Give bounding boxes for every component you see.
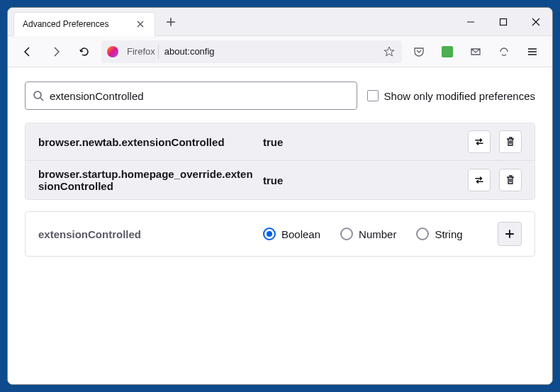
titlebar: Advanced Preferences [8, 8, 552, 36]
toggle-icon [473, 174, 486, 186]
browser-tab[interactable]: Advanced Preferences [13, 12, 155, 36]
url-bar[interactable]: Firefox about:config [101, 40, 402, 63]
radio-label: Number [359, 228, 396, 240]
pref-name: browser.startup.homepage_override.extens… [38, 168, 254, 192]
close-tab-icon[interactable] [135, 18, 146, 30]
browser-window: Advanced Preferences Fi [7, 7, 553, 385]
pocket-icon[interactable] [408, 40, 430, 63]
navigation-toolbar: Firefox about:config [8, 36, 552, 67]
close-window-button[interactable] [520, 8, 552, 36]
reload-button[interactable] [73, 40, 96, 63]
prefs-table: browser.newtab.extensionControlled true … [25, 123, 535, 200]
toggle-button[interactable] [468, 130, 491, 153]
radio-icon [263, 228, 276, 240]
radio-icon [416, 228, 429, 240]
delete-button[interactable] [499, 169, 522, 191]
url-text: about:config [164, 46, 376, 57]
bookmark-star-icon[interactable] [382, 45, 396, 59]
radio-label: String [435, 228, 462, 240]
firefox-logo-icon [107, 46, 118, 57]
toggle-icon [473, 135, 486, 148]
pref-row[interactable]: browser.startup.homepage_override.extens… [26, 161, 534, 199]
shield-icon[interactable] [493, 40, 515, 63]
svg-point-1 [34, 91, 41, 99]
modified-only-checkbox-wrap[interactable]: Show only modified preferences [367, 90, 535, 102]
svg-rect-0 [500, 18, 507, 25]
forward-button[interactable] [45, 40, 67, 63]
new-tab-button[interactable] [161, 12, 181, 32]
inbox-icon[interactable] [464, 40, 487, 63]
about-config-content: Show only modified preferences browser.n… [8, 67, 552, 384]
url-identity: Firefox [124, 45, 159, 59]
trash-icon [505, 174, 516, 186]
add-pref-button[interactable] [498, 222, 522, 246]
radio-boolean[interactable]: Boolean [263, 228, 320, 240]
maximize-button[interactable] [487, 8, 520, 36]
radio-number[interactable]: Number [340, 228, 396, 240]
search-input[interactable] [50, 90, 349, 102]
toggle-button[interactable] [468, 169, 491, 191]
tab-title: Advanced Preferences [23, 19, 128, 29]
back-button[interactable] [16, 40, 39, 63]
search-row: Show only modified preferences [25, 82, 535, 110]
menu-button[interactable] [521, 40, 544, 63]
minimize-button[interactable] [454, 8, 487, 36]
radio-label: Boolean [281, 228, 320, 240]
plus-icon [505, 229, 515, 239]
radio-string[interactable]: String [416, 228, 462, 240]
modified-only-label: Show only modified preferences [384, 90, 535, 102]
delete-button[interactable] [499, 130, 522, 153]
trash-icon [505, 136, 516, 147]
new-pref-row: extensionControlled Boolean Number Strin… [25, 211, 535, 257]
type-radio-group: Boolean Number String [263, 228, 489, 240]
pref-value: true [263, 136, 459, 148]
radio-icon [340, 228, 353, 240]
pref-value: true [263, 174, 459, 186]
search-box[interactable] [25, 82, 357, 110]
pref-row[interactable]: browser.newtab.extensionControlled true [26, 123, 534, 161]
new-pref-name: extensionControlled [38, 228, 254, 240]
extension-icon[interactable] [436, 40, 459, 63]
pref-name: browser.newtab.extensionControlled [38, 136, 254, 148]
modified-only-checkbox[interactable] [367, 90, 379, 101]
search-icon [33, 90, 44, 101]
